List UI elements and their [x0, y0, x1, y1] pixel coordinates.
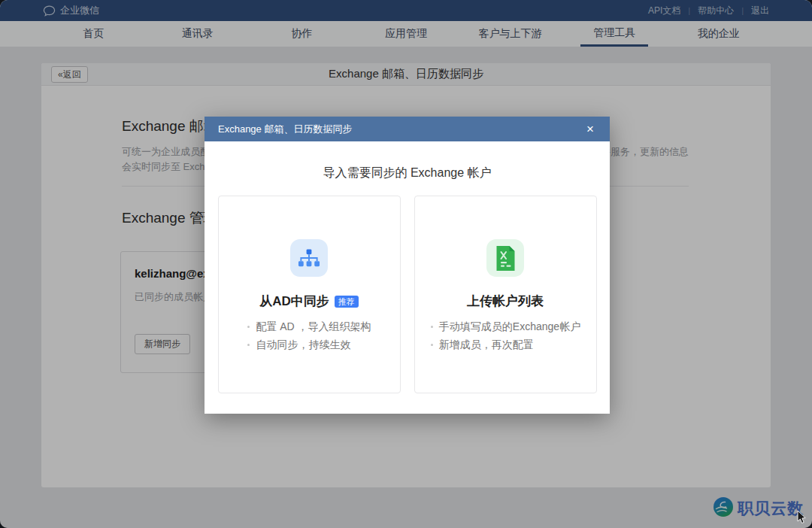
option-feature-list: 配置 AD ，导入组织架构 自动同步，持续生效 — [247, 317, 371, 354]
option-feature-list: 手动填写成员的Exchange帐户 新增成员，再次配置 — [430, 317, 580, 354]
excel-file-icon — [486, 239, 524, 277]
org-chart-icon — [290, 239, 328, 277]
option-title: 上传帐户列表 — [467, 293, 544, 310]
option-sync-from-ad[interactable]: 从AD中同步 推荐 配置 AD ，导入组织架构 自动同步，持续生效 — [218, 196, 401, 393]
feature-item: 自动同步，持续生效 — [247, 335, 371, 354]
exchange-sync-modal: Exchange 邮箱、日历数据同步 × 导入需要同步的 Exchange 帐户… — [205, 117, 610, 414]
option-upload-account-list[interactable]: 上传帐户列表 手动填写成员的Exchange帐户 新增成员，再次配置 — [414, 196, 597, 393]
option-title: 从AD中同步 — [259, 293, 329, 310]
feature-item: 配置 AD ，导入组织架构 — [247, 317, 371, 335]
feature-item: 新增成员，再次配置 — [430, 335, 580, 354]
modal-title-text: Exchange 邮箱、日历数据同步 — [218, 123, 352, 136]
modal-body-title: 导入需要同步的 Exchange 帐户 — [205, 165, 610, 181]
close-icon[interactable]: × — [584, 121, 596, 137]
app-window: 企业微信 API文档 | 帮助中心 | 退出 首页 通讯录 协作 应用管理 客户… — [0, 0, 812, 528]
recommended-badge: 推荐 — [335, 296, 359, 308]
feature-item: 手动填写成员的Exchange帐户 — [430, 317, 580, 335]
modal-header: Exchange 邮箱、日历数据同步 × — [205, 117, 610, 141]
